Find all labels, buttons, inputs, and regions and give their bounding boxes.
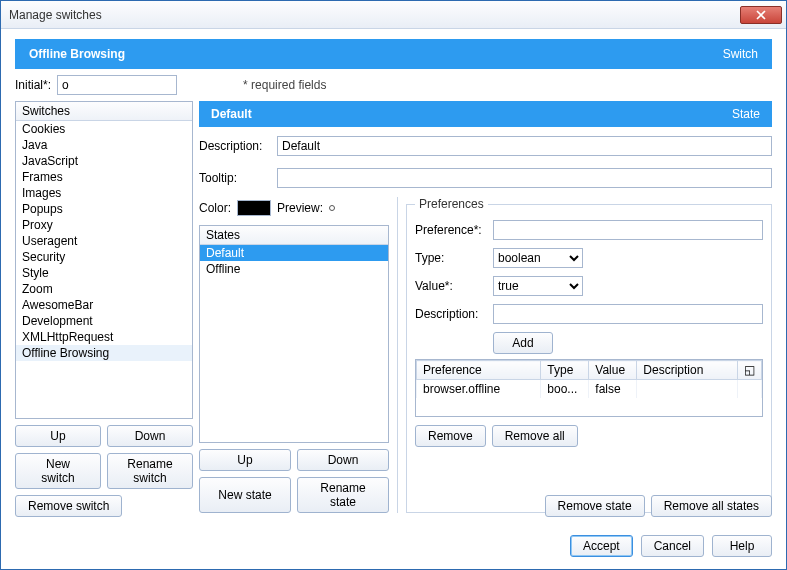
rename-switch-button[interactable]: Rename switch [107, 453, 193, 489]
cancel-button[interactable]: Cancel [641, 535, 704, 557]
remove-preference-button[interactable]: Remove [415, 425, 486, 447]
add-preference-button[interactable]: Add [493, 332, 553, 354]
list-item[interactable]: Zoom [16, 281, 192, 297]
switch-type-label: Switch [723, 47, 758, 61]
list-item[interactable]: Useragent [16, 233, 192, 249]
window-title: Manage switches [9, 8, 740, 22]
col-value[interactable]: Value [589, 361, 637, 380]
pref-description-input[interactable] [493, 304, 763, 324]
states-header: States [200, 226, 388, 245]
preferences-group-label: Preferences [415, 197, 488, 211]
help-button[interactable]: Help [712, 535, 772, 557]
switch-title: Offline Browsing [29, 47, 125, 61]
list-item[interactable]: JavaScript [16, 153, 192, 169]
list-item[interactable]: Popups [16, 201, 192, 217]
accept-button[interactable]: Accept [570, 535, 633, 557]
col-description[interactable]: Description [637, 361, 738, 380]
state-type-label: State [732, 107, 760, 121]
color-label: Color: [199, 201, 231, 215]
required-hint: * required fields [243, 78, 326, 92]
table-row[interactable]: browser.offlineboo...false [417, 380, 762, 399]
remove-state-button[interactable]: Remove state [545, 495, 645, 517]
tooltip-label: Tooltip: [199, 171, 271, 185]
state-title: Default [211, 107, 252, 121]
initial-label: Initial*: [15, 78, 51, 92]
column-picker-icon[interactable]: ◱ [738, 361, 762, 380]
preference-input[interactable] [493, 220, 763, 240]
list-item[interactable]: Cookies [16, 121, 192, 137]
col-type[interactable]: Type [541, 361, 589, 380]
switches-header: Switches [16, 102, 192, 121]
type-select[interactable]: boolean [493, 248, 583, 268]
remove-all-preferences-button[interactable]: Remove all [492, 425, 578, 447]
close-icon [756, 10, 766, 20]
switch-down-button[interactable]: Down [107, 425, 193, 447]
preview-icon [329, 205, 335, 211]
state-up-button[interactable]: Up [199, 449, 291, 471]
pref-description-label: Description: [415, 307, 487, 321]
switch-header: Offline Browsing Switch [15, 39, 772, 69]
description-label: Description: [199, 139, 271, 153]
color-swatch[interactable] [237, 200, 271, 216]
list-item[interactable]: AwesomeBar [16, 297, 192, 313]
state-tooltip-input[interactable] [277, 168, 772, 188]
list-item[interactable]: Proxy [16, 217, 192, 233]
list-item[interactable]: Security [16, 249, 192, 265]
titlebar: Manage switches [1, 1, 786, 29]
list-item[interactable]: Frames [16, 169, 192, 185]
remove-all-states-button[interactable]: Remove all states [651, 495, 772, 517]
close-button[interactable] [740, 6, 782, 24]
state-header: Default State [199, 101, 772, 127]
preferences-table[interactable]: Preference Type Value Description ◱ brow… [415, 359, 763, 417]
list-item[interactable]: Offline [200, 261, 388, 277]
list-item[interactable]: Offline Browsing [16, 345, 192, 361]
list-item[interactable]: Images [16, 185, 192, 201]
state-description-input[interactable] [277, 136, 772, 156]
preview-label: Preview: [277, 201, 323, 215]
list-item[interactable]: Style [16, 265, 192, 281]
list-item[interactable]: Java [16, 137, 192, 153]
col-preference[interactable]: Preference [417, 361, 541, 380]
states-list[interactable]: States DefaultOffline [199, 225, 389, 443]
switches-list[interactable]: Switches CookiesJavaJavaScriptFramesImag… [15, 101, 193, 419]
value-label: Value*: [415, 279, 487, 293]
value-select[interactable]: true [493, 276, 583, 296]
list-item[interactable]: Development [16, 313, 192, 329]
switch-up-button[interactable]: Up [15, 425, 101, 447]
list-item[interactable]: Default [200, 245, 388, 261]
remove-switch-button[interactable]: Remove switch [15, 495, 122, 517]
preference-label: Preference*: [415, 223, 487, 237]
initial-input[interactable] [57, 75, 177, 95]
divider [397, 197, 398, 513]
new-switch-button[interactable]: New switch [15, 453, 101, 489]
type-label: Type: [415, 251, 487, 265]
list-item[interactable]: XMLHttpRequest [16, 329, 192, 345]
state-down-button[interactable]: Down [297, 449, 389, 471]
